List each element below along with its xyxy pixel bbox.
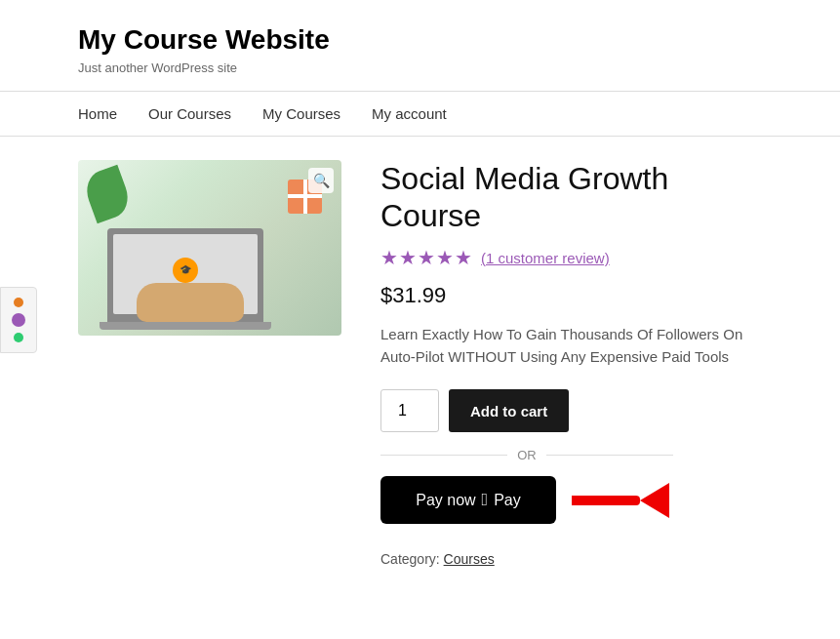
arrow-shaft	[572, 496, 640, 505]
widget-dot-1	[14, 298, 23, 307]
or-divider: OR	[380, 448, 673, 462]
add-to-cart-button[interactable]: Add to cart	[449, 389, 569, 432]
category-label: Category:	[380, 551, 440, 567]
widget-dot-3	[14, 333, 23, 342]
rating-row: ★★★★★ (1 customer review)	[380, 246, 762, 269]
nav-item-home[interactable]: Home	[78, 105, 117, 122]
or-line-left	[380, 455, 507, 456]
product-price: $31.99	[380, 283, 762, 308]
nav-item-our-courses[interactable]: Our Courses	[148, 105, 231, 122]
apple-icon: 	[482, 490, 489, 510]
magnifier-icon[interactable]: 🔍	[308, 168, 334, 193]
category-link[interactable]: Courses	[444, 551, 495, 567]
category-row: Category: Courses	[380, 551, 762, 567]
apple-pay-label: Pay	[494, 492, 521, 509]
main-content: 🎓 CERTIFICATION 🔍 Social Media Growth Co…	[0, 137, 840, 591]
widget-dot-2	[12, 313, 25, 327]
star-rating: ★★★★★	[380, 246, 473, 269]
nav-bar: Home Our Courses My Courses My account	[0, 91, 840, 137]
add-to-cart-row: Add to cart	[380, 389, 762, 432]
or-text: OR	[517, 448, 537, 462]
laptop-base	[100, 322, 271, 330]
arrow-indicator	[572, 483, 669, 518]
product-image: 🎓 CERTIFICATION 🔍	[78, 160, 341, 336]
pay-now-label: Pay now	[416, 492, 475, 509]
site-title: My Course Website	[78, 23, 762, 57]
product-title: Social Media Growth Course	[380, 160, 762, 235]
pay-now-button[interactable]: Pay now  Pay	[380, 476, 556, 524]
arrow-head	[640, 483, 669, 518]
cert-badge: 🎓	[173, 258, 198, 283]
quantity-input[interactable]	[380, 389, 439, 432]
product-image-area: 🎓 CERTIFICATION 🔍	[78, 160, 341, 568]
or-line-right	[546, 455, 673, 456]
nav-item-my-account[interactable]: My account	[372, 105, 447, 122]
nav-item-my-courses[interactable]: My Courses	[262, 105, 340, 122]
hands-element	[137, 283, 244, 322]
review-link[interactable]: (1 customer review)	[481, 250, 610, 266]
gift-stripe-h	[288, 194, 322, 198]
site-header: My Course Website Just another WordPress…	[0, 0, 840, 91]
pay-now-row: Pay now  Pay	[380, 476, 762, 524]
site-tagline: Just another WordPress site	[78, 60, 762, 75]
sidebar-widget	[0, 287, 37, 353]
product-info: Social Media Growth Course ★★★★★ (1 cust…	[380, 160, 762, 568]
leaf-decoration	[81, 164, 135, 223]
product-description: Learn Exactly How To Gain Thousands Of F…	[380, 324, 762, 368]
image-scene: 🎓 CERTIFICATION	[78, 160, 341, 336]
